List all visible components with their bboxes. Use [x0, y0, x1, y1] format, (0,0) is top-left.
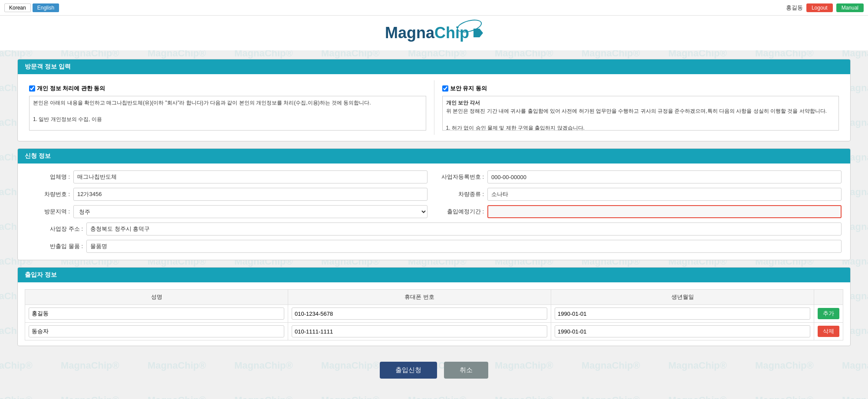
visitor-dob-input[interactable]: [555, 307, 810, 320]
visit-period-input[interactable]: [487, 205, 842, 218]
visitor-dob-input[interactable]: [555, 325, 810, 337]
col-name-header: 성명: [25, 290, 288, 305]
app-row-2: 차량번호 : 차량종류 :: [26, 188, 842, 201]
visitor-person-body: 성명 휴대폰 번호 생년월일 추가삭제: [18, 282, 850, 346]
consent-left-title: 개인 정보 처리에 관한 동의: [29, 85, 426, 92]
visitor-table-header: 성명 휴대폰 번호 생년월일: [25, 290, 843, 305]
consent-right-checkbox[interactable]: [442, 85, 448, 92]
visitor-name-input[interactable]: [29, 325, 284, 337]
app-row-1: 업체명 : 사업자등록번호 :: [26, 170, 842, 183]
logged-in-user: 홍길동: [786, 4, 803, 12]
visit-area-select[interactable]: 청주 서울 부산: [73, 205, 427, 218]
car-type-row: 차량종류 :: [441, 188, 842, 201]
consent-body: 개인 정보 처리에 관한 동의 본인은 아래의 내용을 확인하고 매그나칩반도체…: [18, 74, 850, 141]
visitor-person-section: 출입자 정보 성명 휴대폰 번호 생년월일 추가삭제: [17, 267, 851, 346]
cancel-button[interactable]: 취소: [444, 362, 488, 379]
car-no-label: 차량번호 :: [26, 190, 70, 198]
application-section: 신청 정보 업체명 : 사업자등록번호 : 차량번호 :: [17, 148, 851, 260]
app-row-4: 사업장 주소 :: [26, 222, 842, 235]
consent-right-scroll[interactable]: 개인 보안 각서 위 본인은 정해진 기간 내에 귀사를 출입함에 있어 사전에…: [442, 96, 839, 131]
col-action-header: [814, 290, 843, 305]
car-no-row: 차량번호 :: [26, 188, 427, 201]
col-phone-header: 휴대폰 번호: [288, 290, 551, 305]
consent-left: 개인 정보 처리에 관한 동의 본인은 아래의 내용을 확인하고 매그나칩반도체…: [25, 80, 431, 135]
english-lang-button[interactable]: English: [33, 3, 59, 12]
table-row: 삭제: [25, 323, 843, 340]
logo-magna: Magna: [385, 24, 434, 42]
logout-button[interactable]: Logout: [806, 3, 833, 12]
company-label: 업체명 :: [26, 173, 70, 181]
company-row: 업체명 :: [26, 170, 427, 183]
reg-no-label: 사업자등록번호 :: [441, 173, 484, 181]
car-no-input[interactable]: [73, 188, 427, 201]
items-input[interactable]: [86, 240, 842, 253]
visit-area-label: 방문지역 :: [26, 208, 70, 216]
manual-button[interactable]: Manual: [836, 3, 864, 12]
top-right-area: 홍길동 Logout Manual: [786, 3, 864, 12]
logo-text: MagnaChip: [385, 24, 469, 42]
consent-left-checkbox[interactable]: [29, 85, 35, 92]
app-row-3: 방문지역 : 청주 서울 부산 출입예정기간 :: [26, 205, 842, 218]
company-input[interactable]: [73, 170, 427, 183]
items-label: 반출입 물품 :: [26, 242, 83, 250]
application-body: 업체명 : 사업자등록번호 : 차량번호 : 차량종류 :: [18, 164, 850, 260]
visitor-info-section: 방문객 정보 입력 개인 정보 처리에 관한 동의 본인은 아래의 내용을 확인…: [17, 59, 851, 141]
add-visitor-button[interactable]: 추가: [818, 308, 839, 319]
reg-no-input[interactable]: [487, 170, 842, 183]
consent-right-title: 보안 유지 동의: [442, 85, 839, 92]
bottom-buttons: 출입신청 취소: [17, 353, 851, 383]
delete-visitor-button[interactable]: 삭제: [818, 326, 839, 337]
consent-left-scroll[interactable]: 본인은 아래의 내용을 확인하고 매그나칩반도체(유)(이하 "회사"라 합니다…: [29, 96, 426, 131]
visitor-phone-input[interactable]: [292, 307, 547, 320]
visit-area-row: 방문지역 : 청주 서울 부산: [26, 205, 427, 218]
address-input[interactable]: [86, 222, 842, 235]
consent-right: 보안 유지 동의 개인 보안 각서 위 본인은 정해진 기간 내에 귀사를 출입…: [438, 80, 844, 135]
table-row: 추가: [25, 305, 843, 323]
visitor-info-header: 방문객 정보 입력: [18, 59, 850, 74]
visitor-name-input[interactable]: [29, 307, 284, 320]
logo-chip: Chip: [434, 24, 469, 42]
header: MagnaChip: [0, 16, 868, 50]
consent-divider: [434, 80, 434, 135]
main-content: 방문객 정보 입력 개인 정보 처리에 관한 동의 본인은 아래의 내용을 확인…: [0, 50, 868, 392]
korean-lang-button[interactable]: Korean: [4, 3, 31, 12]
visitor-person-header: 출입자 정보: [18, 268, 850, 282]
reg-no-row: 사업자등록번호 :: [441, 170, 842, 183]
car-type-label: 차량종류 :: [441, 190, 484, 198]
language-buttons: Korean English: [4, 3, 59, 12]
address-label: 사업장 주소 :: [26, 225, 83, 233]
visitor-table: 성명 휴대폰 번호 생년월일 추가삭제: [25, 289, 843, 340]
application-header: 신청 정보: [18, 149, 850, 164]
consent-area: 개인 정보 처리에 관한 동의 본인은 아래의 내용을 확인하고 매그나칩반도체…: [25, 80, 843, 135]
visitor-table-body: 추가삭제: [25, 305, 843, 340]
visit-period-label: 출입예정기간 :: [441, 208, 484, 216]
submit-button[interactable]: 출입신청: [380, 362, 437, 379]
visit-period-row: 출입예정기간 :: [441, 205, 842, 218]
app-row-5: 반출입 물품 :: [26, 240, 842, 253]
top-bar: Korean English 홍길동 Logout Manual: [0, 0, 868, 16]
car-type-input[interactable]: [487, 188, 842, 201]
logo: MagnaChip: [385, 24, 483, 42]
col-dob-header: 생년월일: [551, 290, 814, 305]
visitor-phone-input[interactable]: [292, 325, 547, 337]
